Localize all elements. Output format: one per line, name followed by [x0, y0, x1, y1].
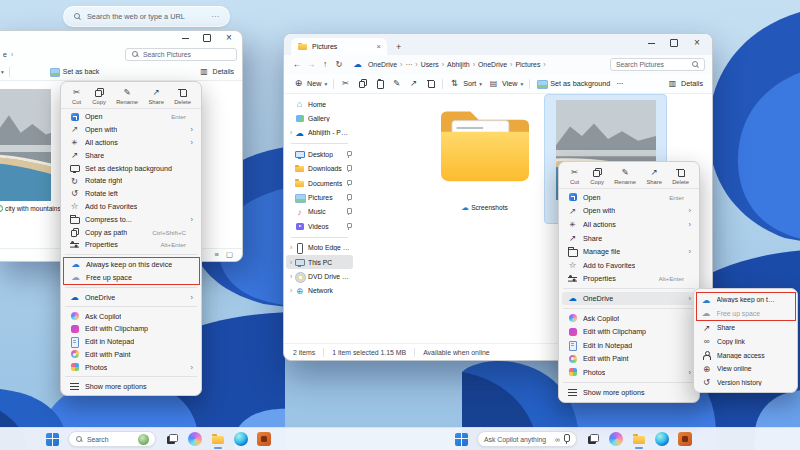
quick-action-copy[interactable]: Copy	[92, 87, 106, 105]
forward-icon[interactable]: →	[305, 60, 317, 69]
view-button[interactable]: View ▾	[488, 79, 523, 89]
share-icon[interactable]	[408, 79, 419, 89]
menu-item-properties[interactable]: Properties Alt+Enter	[562, 272, 696, 286]
list-view-icon[interactable]: ≡	[215, 251, 219, 259]
menu-item-free-up-space[interactable]: Free up space	[63, 271, 200, 285]
details-button[interactable]: Details	[667, 79, 703, 89]
sidebar-item-videos[interactable]: Videos	[286, 219, 353, 233]
menu-item-ask-copilot[interactable]: Ask Copilot	[562, 311, 696, 325]
sidebar-item-network[interactable]: Network	[286, 284, 353, 298]
menu-item-set-as-desktop-background[interactable]: Set as desktop background	[64, 162, 198, 175]
sidebar-item-home[interactable]: Home	[286, 97, 353, 111]
sidebar-item-moto-edge-50-neo[interactable]: Moto Edge 50 Neo	[286, 241, 353, 255]
tab-pictures[interactable]: Pictures ×	[291, 38, 387, 55]
refresh-icon[interactable]: ↻	[333, 60, 345, 69]
quick-action-delete[interactable]: Delete	[174, 87, 191, 105]
breadcrumb-item[interactable]: Users ›	[421, 61, 445, 68]
submenu-item-version-history[interactable]: Version history	[697, 376, 794, 390]
copilot-search-box[interactable]: Ask Copilot anything ∞	[477, 431, 577, 447]
start-button[interactable]	[455, 433, 468, 446]
copilot-icon[interactable]	[188, 432, 202, 446]
new-tab-button[interactable]: +	[396, 42, 401, 52]
close-button[interactable]	[692, 38, 702, 48]
submenu-item-copy-link[interactable]: Copy link	[697, 335, 794, 349]
menu-item-edit-with-clipchamp[interactable]: Edit with Clipchamp	[562, 325, 696, 339]
new-button[interactable]: New ▾	[293, 79, 327, 89]
breadcrumb-item[interactable]: ⋯ ›	[405, 61, 418, 69]
microphone-icon[interactable]	[564, 434, 570, 442]
quick-action-delete[interactable]: Delete	[672, 167, 689, 185]
quick-action-cut[interactable]: Cut	[71, 87, 82, 105]
menu-item-rotate-right[interactable]: Rotate right	[64, 174, 198, 187]
sidebar-item-pictures[interactable]: Pictures	[286, 190, 353, 204]
tab-close-icon[interactable]: ×	[377, 43, 381, 51]
chevron-down-icon[interactable]: ▾	[1, 69, 4, 75]
menu-item-edit-in-notepad[interactable]: Edit in Notepad	[64, 335, 198, 348]
menu-item-show-more-options[interactable]: Show more options	[64, 380, 198, 393]
app-icon[interactable]	[257, 432, 271, 446]
delete-icon[interactable]	[425, 79, 436, 89]
submenu-item-free-up-space[interactable]: Free up space	[696, 307, 796, 322]
menu-item-share[interactable]: Share	[64, 149, 198, 162]
menu-item-open-with[interactable]: Open with	[64, 123, 198, 136]
submenu-item-always-keep-on-this-device[interactable]: Always keep on this device	[696, 292, 796, 307]
menu-item-all-actions[interactable]: All actions	[562, 218, 696, 232]
close-button[interactable]	[224, 33, 234, 43]
menu-item-rotate-left[interactable]: Rotate left	[64, 187, 198, 200]
sidebar-item-abhijith-personal[interactable]: Abhijith - Personal	[286, 126, 353, 140]
search-input[interactable]: Search Pictures	[610, 58, 705, 71]
paste-icon[interactable]	[374, 79, 385, 89]
menu-item-ask-copilot[interactable]: Ask Copilot	[64, 310, 198, 323]
up-icon[interactable]: ↑	[319, 60, 331, 69]
quick-action-rename[interactable]: Rename	[116, 87, 138, 105]
file-explorer-icon[interactable]	[211, 432, 225, 446]
photo-thumbnail[interactable]	[0, 89, 51, 201]
quick-action-share[interactable]: Share	[646, 167, 661, 185]
quick-action-cut[interactable]: Cut	[569, 167, 580, 185]
start-button[interactable]	[46, 433, 59, 446]
submenu-item-view-online[interactable]: View online	[697, 362, 794, 376]
menu-item-photos[interactable]: Photos	[562, 366, 696, 380]
menu-item-all-actions[interactable]: All actions	[64, 136, 198, 149]
menu-item-share[interactable]: Share	[562, 231, 696, 245]
rename-icon[interactable]	[391, 79, 402, 89]
quick-action-copy[interactable]: Copy	[590, 167, 604, 185]
menu-item-compress-to[interactable]: Compress to...	[64, 213, 198, 226]
maximize-button[interactable]	[669, 38, 679, 48]
set-as-background-button[interactable]: Set as back	[49, 67, 100, 77]
search-input[interactable]: Search Pictures	[125, 48, 237, 61]
sort-button[interactable]: Sort ▾	[449, 79, 482, 89]
sidebar-item-downloads[interactable]: Downloads	[286, 162, 353, 176]
copilot-icon[interactable]	[609, 432, 623, 446]
sidebar-item-gallery[interactable]: Gallery	[286, 111, 353, 125]
menu-item-edit-in-notepad[interactable]: Edit in Notepad	[562, 338, 696, 352]
submenu-item-manage-access[interactable]: Manage access	[697, 348, 794, 362]
breadcrumb-item[interactable]: OneDrive ›	[478, 61, 513, 68]
minimize-button[interactable]	[646, 38, 656, 48]
edge-browser-icon[interactable]	[234, 432, 248, 446]
maximize-button[interactable]	[202, 33, 212, 43]
menu-item-show-more-options[interactable]: Show more options	[562, 385, 696, 399]
menu-item-onedrive[interactable]: OneDrive	[64, 291, 198, 304]
app-icon[interactable]	[678, 432, 692, 446]
menu-item-onedrive[interactable]: OneDrive	[562, 292, 696, 306]
menu-item-open[interactable]: Open Enter	[64, 111, 198, 124]
menu-item-photos[interactable]: Photos	[64, 361, 198, 374]
task-view-icon[interactable]	[165, 432, 179, 446]
edge-browser-icon[interactable]	[655, 432, 669, 446]
quick-action-share[interactable]: Share	[148, 87, 163, 105]
menu-item-properties[interactable]: Properties Alt+Enter	[64, 238, 198, 251]
thumbnail-view-icon[interactable]: ▢	[226, 251, 233, 259]
breadcrumb-item[interactable]: Pictures ›	[515, 61, 546, 68]
task-view-icon[interactable]	[586, 432, 600, 446]
menu-item-open[interactable]: Open Enter	[562, 191, 696, 205]
breadcrumb[interactable]: OneDrive › ⋯ › Users › Abhijith › On	[347, 58, 608, 72]
menu-item-open-with[interactable]: Open with	[562, 204, 696, 218]
copy-icon[interactable]	[357, 79, 368, 89]
menu-item-edit-with-paint[interactable]: Edit with Paint	[562, 352, 696, 366]
sidebar-item-documents[interactable]: Documents	[286, 176, 353, 190]
menu-item-manage-file[interactable]: Manage file	[562, 245, 696, 259]
sidebar-item-desktop[interactable]: Desktop	[286, 147, 353, 161]
sidebar-item-music[interactable]: Music	[286, 205, 353, 219]
sidebar-item-dvd-drive-d-ccc[interactable]: DVD Drive (D:) CCC	[286, 269, 353, 283]
